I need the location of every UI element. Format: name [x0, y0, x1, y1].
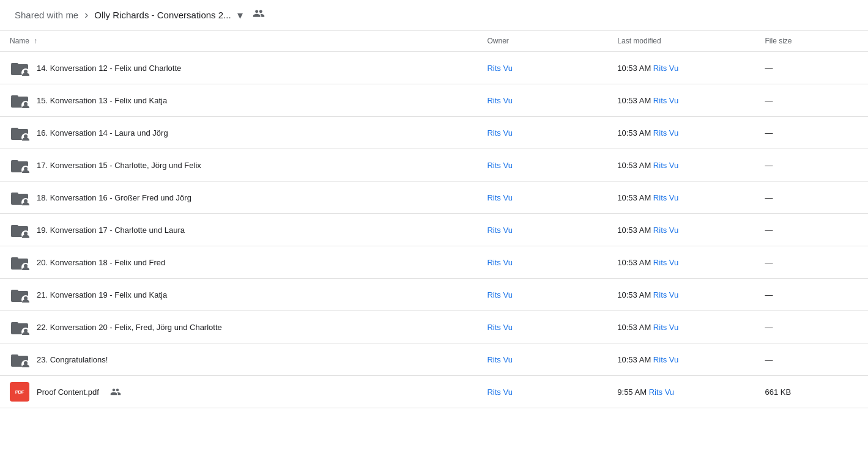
shared-icon [110, 386, 121, 397]
modified-cell: 9:55 AM Rits Vu [607, 376, 755, 408]
size-cell: 661 KB [755, 376, 868, 408]
size-cell: — [755, 117, 868, 149]
name-cell[interactable]: 22. Konversation 20 - Felix, Fred, Jörg … [0, 311, 477, 343]
folder-icon [10, 155, 29, 175]
owner-link[interactable]: Rits Vu [487, 161, 512, 170]
breadcrumb-dropdown-icon[interactable]: ▾ [237, 9, 243, 22]
file-name: 15. Konversation 13 - Felix und Katja [37, 96, 167, 105]
file-name: 21. Konversation 19 - Felix und Katja [37, 290, 167, 299]
modified-time: 10:53 AM [617, 64, 651, 73]
column-header-size[interactable]: File size [755, 31, 868, 52]
svg-rect-9 [11, 128, 18, 130]
owner-cell: Rits Vu [477, 343, 607, 376]
table-row[interactable]: 20. Konversation 18 - Felix und FredRits… [0, 246, 868, 279]
name-cell[interactable]: PDF Proof Content.pdf [0, 376, 477, 408]
folder-icon [10, 252, 29, 272]
file-name: 23. Congratulations! [37, 355, 108, 364]
table-row[interactable]: 17. Konversation 15 - Charlotte, Jörg un… [0, 149, 868, 182]
name-cell[interactable]: 19. Konversation 17 - Charlotte und Laur… [0, 214, 477, 246]
table-row[interactable]: 21. Konversation 19 - Felix und KatjaRit… [0, 279, 868, 311]
size-cell: — [755, 343, 868, 376]
folder-icon [10, 123, 29, 142]
modified-by: Rits Vu [653, 64, 678, 73]
folder-icon [10, 90, 29, 110]
table-row[interactable]: 16. Konversation 14 - Laura und JörgRits… [0, 117, 868, 149]
name-cell[interactable]: 14. Konversation 12 - Felix und Charlott… [0, 52, 477, 84]
table-row[interactable]: 23. Congratulations!Rits Vu10:53 AM Rits… [0, 343, 868, 376]
table-row[interactable]: 14. Konversation 12 - Felix und Charlott… [0, 52, 868, 84]
breadcrumb-bar: Shared with me › Olly Richards - Convers… [0, 0, 868, 31]
table-row[interactable]: 19. Konversation 17 - Charlotte und Laur… [0, 214, 868, 246]
size-cell: — [755, 52, 868, 84]
svg-rect-21 [11, 225, 18, 227]
name-cell[interactable]: 23. Congratulations! [0, 343, 477, 376]
folder-icon [10, 220, 29, 240]
table-row[interactable]: 18. Konversation 16 - Großer Fred und Jö… [0, 182, 868, 214]
modified-cell: 10:53 AM Rits Vu [607, 182, 755, 214]
owner-cell: Rits Vu [477, 376, 607, 408]
svg-rect-33 [11, 322, 18, 325]
sort-ascending-icon: ↑ [34, 37, 37, 45]
shared-people-icon[interactable] [253, 7, 265, 23]
name-cell[interactable]: 16. Konversation 14 - Laura und Jörg [0, 117, 477, 149]
modified-by: Rits Vu [653, 96, 678, 105]
column-header-owner[interactable]: Owner [477, 31, 607, 52]
modified-by: Rits Vu [653, 323, 678, 332]
modified-time: 10:53 AM [617, 355, 651, 364]
size-cell: — [755, 149, 868, 182]
owner-cell: Rits Vu [477, 279, 607, 311]
owner-link[interactable]: Rits Vu [487, 128, 512, 138]
modified-by: Rits Vu [653, 161, 678, 170]
modified-by: Rits Vu [653, 193, 678, 202]
modified-time: 10:53 AM [617, 96, 651, 105]
owner-cell: Rits Vu [477, 311, 607, 343]
modified-cell: 10:53 AM Rits Vu [607, 117, 755, 149]
modified-time: 10:53 AM [617, 258, 651, 267]
name-cell[interactable]: 20. Konversation 18 - Felix und Fred [0, 246, 477, 279]
folder-icon [10, 317, 29, 337]
modified-time: 9:55 AM [617, 387, 647, 397]
modified-cell: 10:53 AM Rits Vu [607, 52, 755, 84]
owner-cell: Rits Vu [477, 149, 607, 182]
table-row[interactable]: PDF Proof Content.pdf Rits Vu9:55 AM Rit… [0, 376, 868, 408]
owner-link[interactable]: Rits Vu [487, 355, 512, 364]
owner-link[interactable]: Rits Vu [487, 290, 512, 299]
owner-link[interactable]: Rits Vu [487, 193, 512, 202]
modified-cell: 10:53 AM Rits Vu [607, 214, 755, 246]
modified-cell: 10:53 AM Rits Vu [607, 149, 755, 182]
owner-link[interactable]: Rits Vu [487, 323, 512, 332]
file-name: 17. Konversation 15 - Charlotte, Jörg un… [37, 161, 201, 170]
name-cell[interactable]: 21. Konversation 19 - Felix und Katja [0, 279, 477, 311]
modified-time: 10:53 AM [617, 161, 651, 170]
column-header-name[interactable]: Name ↑ [0, 31, 477, 52]
modified-by: Rits Vu [653, 355, 678, 364]
owner-cell: Rits Vu [477, 246, 607, 279]
owner-link[interactable]: Rits Vu [487, 64, 512, 73]
owner-link[interactable]: Rits Vu [487, 96, 512, 105]
svg-rect-29 [11, 290, 18, 292]
name-cell[interactable]: 15. Konversation 13 - Felix und Katja [0, 84, 477, 117]
folder-icon [10, 350, 29, 369]
owner-link[interactable]: Rits Vu [487, 387, 512, 397]
breadcrumb-current-folder: Olly Richards - Conversations 2... [94, 10, 231, 20]
modified-time: 10:53 AM [617, 290, 651, 299]
name-cell[interactable]: 18. Konversation 16 - Großer Fred und Jö… [0, 182, 477, 214]
modified-cell: 10:53 AM Rits Vu [607, 311, 755, 343]
breadcrumb-shared-with-me[interactable]: Shared with me [15, 10, 78, 20]
modified-by: Rits Vu [653, 128, 678, 138]
pdf-icon: PDF [10, 382, 29, 402]
table-header-row: Name ↑ Owner Last modified File size [0, 31, 868, 52]
svg-rect-5 [11, 95, 18, 98]
name-cell[interactable]: 17. Konversation 15 - Charlotte, Jörg un… [0, 149, 477, 182]
modified-cell: 10:53 AM Rits Vu [607, 343, 755, 376]
size-cell: — [755, 279, 868, 311]
modified-time: 10:53 AM [617, 226, 651, 235]
modified-by: Rits Vu [653, 290, 678, 299]
owner-link[interactable]: Rits Vu [487, 226, 512, 235]
column-header-modified[interactable]: Last modified [607, 31, 755, 52]
owner-link[interactable]: Rits Vu [487, 258, 512, 267]
table-row[interactable]: 22. Konversation 20 - Felix, Fred, Jörg … [0, 311, 868, 343]
table-row[interactable]: 15. Konversation 13 - Felix und KatjaRit… [0, 84, 868, 117]
breadcrumb-separator-1: › [84, 9, 88, 21]
modified-time: 10:53 AM [617, 128, 651, 138]
